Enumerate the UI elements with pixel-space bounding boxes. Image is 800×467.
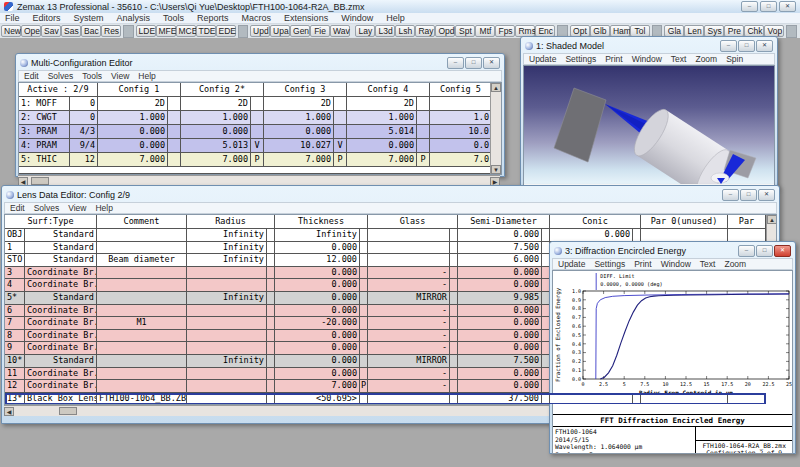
scroll-up-arrow[interactable]: ▲ xyxy=(767,215,777,224)
lde-thickness-flag[interactable] xyxy=(360,292,368,304)
toolbar-button-fps[interactable]: Fps xyxy=(495,25,515,37)
scroll-thumb[interactable] xyxy=(31,177,49,185)
minimize-button[interactable]: – xyxy=(741,1,758,12)
lde-comment-cell[interactable] xyxy=(97,279,187,291)
lde-glass-cell[interactable]: - xyxy=(368,279,450,291)
mce-value-cell[interactable]: 1.000 xyxy=(181,111,251,124)
lde-glass-flag[interactable] xyxy=(450,279,458,291)
lde-par-cell[interactable] xyxy=(728,229,766,241)
lde-glass-cell[interactable]: - xyxy=(368,380,450,392)
lde-surface-type[interactable]: Coordinate Br.. xyxy=(25,317,97,329)
minimize-button[interactable]: – xyxy=(720,40,737,52)
lde-glass-cell[interactable]: MIRROR xyxy=(368,292,450,304)
mce-vertical-scrollbar[interactable]: ▲ ▼ xyxy=(490,83,501,174)
lde-surface-type[interactable]: Black Box Lens xyxy=(25,393,97,405)
lde-radius-cell[interactable] xyxy=(187,267,267,279)
toolbar-button-tde[interactable]: TDE xyxy=(196,25,216,37)
mce-value-cell[interactable]: 2D xyxy=(98,97,168,110)
mce-solve-flag[interactable] xyxy=(334,97,347,110)
toolbar-button-lsh[interactable]: Lsh xyxy=(395,25,415,37)
menu-item-update[interactable]: Update xyxy=(529,54,556,64)
menu-item-settings[interactable]: Settings xyxy=(565,54,596,64)
lde-semidiameter-cell[interactable]: 0.000 xyxy=(458,267,542,279)
mce-value-cell[interactable]: 0.000 xyxy=(264,125,334,138)
lde-glass-cell[interactable]: - xyxy=(368,267,450,279)
shaded-model-3d-view[interactable] xyxy=(524,66,774,184)
lde-thickness-cell[interactable]: 7.000 xyxy=(275,380,360,392)
lde-glass-cell[interactable]: MIRROR xyxy=(368,355,450,367)
maximize-button[interactable]: □ xyxy=(756,245,773,257)
lde-surface-label[interactable]: 10* xyxy=(5,355,25,367)
toolbar-button-spt[interactable]: Spt xyxy=(455,25,475,37)
lde-radius-cell[interactable]: Infinity xyxy=(187,292,267,304)
mce-solve-flag[interactable]: P xyxy=(417,153,430,166)
toolbar-button-upa[interactable]: Upa xyxy=(270,25,290,37)
menu-item-print[interactable]: Print xyxy=(634,259,651,269)
lde-radius-cell[interactable]: Infinity xyxy=(187,355,267,367)
lde-surface-label[interactable]: 5* xyxy=(5,292,25,304)
close-button[interactable]: ✕ xyxy=(756,40,773,52)
lde-comment-cell[interactable] xyxy=(97,368,187,380)
toolbar-button-gen[interactable]: Gen xyxy=(290,25,310,37)
toolbar-button-lay[interactable]: Lay xyxy=(355,25,375,37)
lde-surface-type[interactable]: Coordinate Br.. xyxy=(25,368,97,380)
mce-value-cell[interactable]: 1.000 xyxy=(98,111,168,124)
lde-radius-cell[interactable]: Infinity xyxy=(187,254,267,266)
lde-glass-cell[interactable]: - xyxy=(368,305,450,317)
minimize-button[interactable]: – xyxy=(447,57,464,69)
mce-operand-cell[interactable]: 12 xyxy=(70,153,98,166)
lde-thickness-flag[interactable] xyxy=(360,242,368,254)
menu-item-window[interactable]: Window xyxy=(661,259,691,269)
dee-titlebar[interactable]: 3: Diffraction Encircled Energy – □ ✕ xyxy=(552,244,793,258)
mce-value-cell[interactable]: 0.000 xyxy=(98,125,168,138)
mce-solve-flag[interactable] xyxy=(251,125,264,138)
lde-comment-cell[interactable] xyxy=(97,229,187,241)
lde-surface-type[interactable]: Coordinate Br.. xyxy=(25,380,97,392)
mce-value-cell[interactable]: 7.000 xyxy=(98,153,168,166)
lde-semidiameter-cell[interactable]: 0.000 xyxy=(458,229,542,241)
toolbar-button-mtf[interactable]: Mtf xyxy=(475,25,495,37)
mce-value-cell[interactable]: 2D xyxy=(347,97,417,110)
menu-item-help[interactable]: Help xyxy=(386,13,405,23)
lde-surface-type[interactable]: Standard xyxy=(25,242,97,254)
menu-item-window[interactable]: Window xyxy=(632,54,662,64)
mce-row-label[interactable]: 4: PRAM xyxy=(19,139,70,152)
lde-surface-type[interactable]: Coordinate Br.. xyxy=(25,305,97,317)
lde-radius-cell[interactable] xyxy=(187,330,267,342)
lde-glass-flag[interactable] xyxy=(450,229,458,241)
menu-item-window[interactable]: Window xyxy=(341,13,373,23)
toolbar-button-fie[interactable]: Fie xyxy=(310,25,330,37)
mce-value-cell[interactable]: 2D xyxy=(264,97,334,110)
scroll-down-arrow[interactable]: ▼ xyxy=(491,165,501,174)
lde-thickness-cell[interactable]: 0.000 xyxy=(275,330,360,342)
toolbar-button-sas[interactable]: Sas xyxy=(61,25,81,37)
lde-surface-label[interactable]: 6 xyxy=(5,305,25,317)
lde-radius-flag[interactable] xyxy=(267,292,275,304)
lde-radius-flag[interactable] xyxy=(267,393,275,405)
lde-thickness-cell[interactable]: 0.000 xyxy=(275,279,360,291)
menu-item-extensions[interactable]: Extensions xyxy=(284,13,328,23)
lde-semidiameter-flag[interactable] xyxy=(542,393,550,405)
menu-item-macros[interactable]: Macros xyxy=(242,13,272,23)
lde-semidiameter-cell[interactable]: 0.000 xyxy=(458,305,542,317)
lde-conic-cell[interactable] xyxy=(550,393,633,405)
menu-item-analysis[interactable]: Analysis xyxy=(117,13,151,23)
lde-thickness-cell[interactable]: 0.000 xyxy=(275,355,360,367)
mce-value-cell[interactable]: 7.000 xyxy=(264,153,334,166)
lde-thickness-cell[interactable]: 0.000 xyxy=(275,305,360,317)
lde-glass-cell[interactable]: - xyxy=(368,317,450,329)
lde-surface-label[interactable]: 4 xyxy=(5,279,25,291)
toolbar-button-ray[interactable]: Ray xyxy=(415,25,435,37)
toolbar-button-opd[interactable]: Opd xyxy=(435,25,455,37)
lde-glass-flag[interactable] xyxy=(450,355,458,367)
lde-glass-flag[interactable] xyxy=(450,242,458,254)
lde-glass-cell[interactable]: - xyxy=(368,342,450,354)
lde-thickness-flag[interactable] xyxy=(360,355,368,367)
lde-glass-flag[interactable] xyxy=(450,380,458,392)
mce-value-cell[interactable]: 0.000 xyxy=(181,125,251,138)
lde-surface-type[interactable]: Coordinate Br.. xyxy=(25,279,97,291)
lde-comment-cell[interactable] xyxy=(97,355,187,367)
lde-radius-flag[interactable] xyxy=(267,342,275,354)
lde-semidiameter-cell[interactable]: 7.500 xyxy=(458,242,542,254)
mce-row-label[interactable]: 2: CWGT xyxy=(19,111,70,124)
